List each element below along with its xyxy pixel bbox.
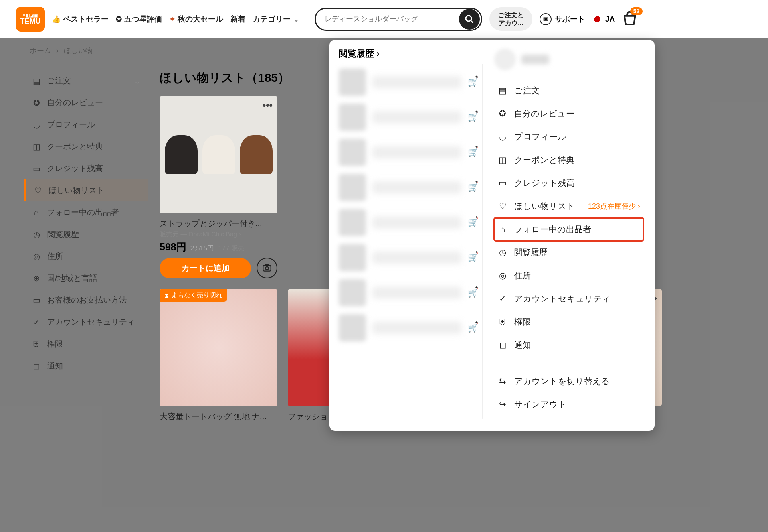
history-text [372, 76, 461, 88]
add-to-cart-button[interactable]: カートに追加 [160, 258, 251, 278]
username [521, 55, 549, 64]
sidebar-item-review[interactable]: ✪自分のレビュー [24, 92, 148, 114]
history-item[interactable]: 🛒 [339, 275, 478, 310]
support-link[interactable]: ✉サポート [540, 13, 585, 25]
history-thumb [339, 279, 366, 306]
product-title: ストラップとジッパー付き... [160, 218, 277, 229]
perm-icon: ⛨ [31, 339, 42, 349]
history-item[interactable]: 🛒 [339, 135, 478, 170]
add-to-cart-icon[interactable]: 🛒 [468, 112, 478, 122]
sidebar: ▤ご注文✪自分のレビュー◡プロフィール◫クーポンと特典▭クレジット残高♡ほしい物… [24, 46, 148, 422]
flag-icon [592, 14, 602, 24]
credit-icon: ▭ [31, 164, 42, 173]
clock-icon: ◷ [31, 230, 42, 239]
product-card[interactable]: ⧗ まもなく売り切れ 大容量トートバッグ 無地 ナ... [160, 289, 277, 422]
sidebar-item-credit[interactable]: ▭クレジット残高 [24, 158, 148, 179]
menu-item-profile[interactable]: ◡プロフィール [494, 125, 643, 148]
history-title[interactable]: 閲覧履歴 › [339, 48, 478, 60]
product-sold: 177 販売 [218, 244, 245, 253]
sidebar-item-profile[interactable]: ◡プロフィール [24, 114, 148, 136]
product-image[interactable]: ⧗ まもなく売り切れ [160, 289, 277, 406]
search-button[interactable] [459, 9, 480, 30]
more-icon[interactable]: ••• [263, 100, 273, 111]
sidebar-item-perm[interactable]: ⛨権限 [24, 333, 148, 355]
sidebar-item-heart[interactable]: ♡ほしい物リスト [24, 179, 148, 201]
history-thumb [339, 244, 366, 271]
menu-item-credit[interactable]: ▭クレジット残高 [494, 171, 643, 195]
breadcrumb-home[interactable]: ホーム [30, 47, 51, 55]
breadcrumb-current: ほしい物 [64, 47, 93, 55]
add-to-cart-icon[interactable]: 🛒 [468, 182, 478, 193]
menu-item-bell[interactable]: ◻通知 [494, 333, 643, 357]
sidebar-item-shield[interactable]: ✓アカウントセキュリティ [24, 311, 148, 333]
menu-item-coupon[interactable]: ◫クーポンと特典 [494, 148, 643, 171]
history-text [372, 111, 461, 123]
review-icon: ✪ [31, 98, 42, 108]
history-item[interactable]: 🛒 [339, 100, 478, 135]
history-item[interactable]: 🛒 [339, 65, 478, 100]
divider [494, 363, 643, 363]
history-thumb [339, 209, 366, 236]
menu-item-clock[interactable]: ◷閲覧履歴 [494, 241, 643, 264]
history-thumb [339, 314, 366, 341]
header: ≡◧◢▣TEMU 👍ベストセラー ✪五つ星評価 ✦秋の大セール 新着 カテゴリー… [0, 0, 768, 38]
history-item[interactable]: 🛒 [339, 205, 478, 240]
search-input[interactable] [316, 9, 459, 29]
menu-item-perm[interactable]: ⛨権限 [494, 310, 643, 333]
sidebar-item-shop[interactable]: ⌂フォロー中の出品者 [24, 201, 148, 223]
menu-item-label: 閲覧履歴 [514, 247, 548, 258]
add-to-cart-icon[interactable]: 🛒 [468, 288, 478, 298]
menu-item-shield[interactable]: ✓アカウントセキュリティ [494, 287, 643, 310]
image-search-button[interactable] [257, 258, 277, 278]
logo[interactable]: ≡◧◢▣TEMU [16, 7, 45, 32]
sidebar-item-label: アカウントセキュリティ [47, 317, 135, 327]
nav-bestseller[interactable]: 👍ベストセラー [52, 14, 109, 24]
sidebar-item-label: 住所 [47, 251, 63, 262]
user-row[interactable] [494, 49, 643, 70]
leaf-icon: ✦ [169, 15, 175, 24]
sidebar-item-card[interactable]: ▭お客様のお支払い方法 [24, 289, 148, 311]
nav-fall-sale[interactable]: ✦秋の大セール [169, 14, 223, 24]
history-text [372, 287, 461, 299]
add-to-cart-icon[interactable]: 🛒 [468, 147, 478, 158]
sidebar-item-clock[interactable]: ◷閲覧履歴 [24, 223, 148, 245]
product-card[interactable]: ••• ストラップとジッパー付き... 販売元 — DoraMi Chic Ba… [160, 96, 277, 278]
star-icon: ✪ [116, 15, 122, 24]
add-to-cart-icon[interactable]: 🛒 [468, 252, 478, 263]
add-to-cart-icon[interactable]: 🛒 [468, 77, 478, 87]
sign-out[interactable]: ↪サインアウト [494, 393, 643, 416]
nav-new[interactable]: 新着 [230, 14, 245, 24]
sidebar-item-globe[interactable]: ⊕国/地域と言語 [24, 267, 148, 289]
product-seller[interactable]: 販売元 — DoraMi Chic Bag › [160, 231, 277, 239]
menu-item-review[interactable]: ✪自分のレビュー [494, 102, 643, 125]
sidebar-item-order[interactable]: ▤ご注文 [24, 70, 148, 92]
sidebar-item-label: クーポンと特典 [47, 141, 103, 152]
menu-item-heart[interactable]: ♡ほしい物リスト123点在庫僅少 › [494, 195, 643, 218]
cart-button[interactable]: 52 [622, 11, 638, 27]
menu-item-shop[interactable]: ⌂フォロー中の出品者 [494, 218, 643, 241]
nav-category[interactable]: カテゴリー⌄ [253, 14, 299, 24]
add-to-cart-icon[interactable]: 🛒 [468, 323, 478, 333]
nav-five-star[interactable]: ✪五つ星評価 [116, 14, 162, 24]
switch-account[interactable]: ⇆アカウントを切り替える [494, 370, 643, 393]
heart-icon: ♡ [497, 201, 508, 211]
language-switch[interactable]: JA [592, 14, 615, 24]
menu-item-pin[interactable]: ◎住所 [494, 264, 643, 287]
search-icon [465, 14, 474, 24]
coupon-icon: ◫ [497, 155, 508, 165]
sidebar-item-coupon[interactable]: ◫クーポンと特典 [24, 136, 148, 158]
history-text [372, 252, 461, 264]
add-to-cart-icon[interactable]: 🛒 [468, 217, 478, 228]
switch-icon: ⇆ [497, 376, 508, 386]
history-item[interactable]: 🛒 [339, 310, 478, 345]
history-item[interactable]: 🛒 [339, 240, 478, 275]
svg-point-3 [265, 267, 269, 270]
account-menu: ▤ご注文✪自分のレビュー◡プロフィール◫クーポンと特典▭クレジット残高♡ほしい物… [483, 40, 655, 431]
account-menu-trigger[interactable]: ご注文とアカウ... [489, 7, 532, 30]
chevron-down-icon: ⌄ [293, 14, 299, 24]
sidebar-item-bell[interactable]: ◻通知 [24, 355, 148, 377]
sidebar-item-pin[interactable]: ◎住所 [24, 245, 148, 267]
history-item[interactable]: 🛒 [339, 170, 478, 205]
product-image[interactable]: ••• [160, 96, 277, 213]
menu-item-order[interactable]: ▤ご注文 [494, 79, 643, 102]
